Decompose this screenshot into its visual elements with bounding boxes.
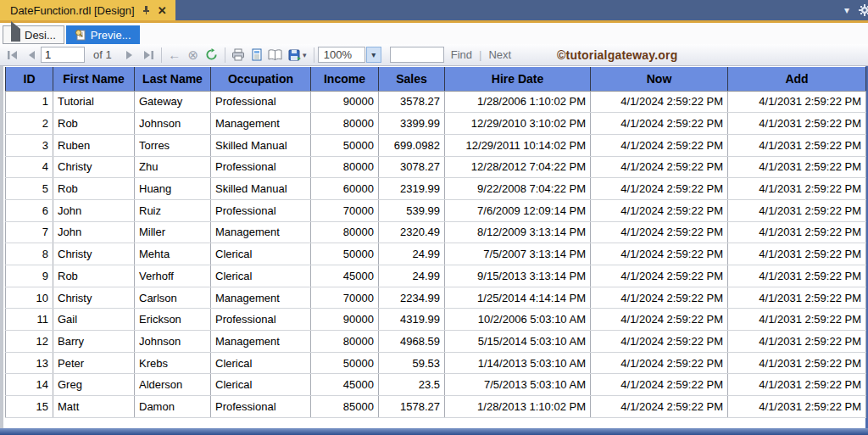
export-dropdown-arrow: ▾ xyxy=(303,51,307,59)
tab-preview-label: Previe... xyxy=(91,29,131,42)
gear-icon[interactable] xyxy=(858,3,868,17)
table-cell: 4/1/2024 2:59:22 PM xyxy=(591,178,728,200)
zoom-dropdown-button[interactable]: ▾ xyxy=(366,47,381,63)
table-cell: 80000 xyxy=(311,221,379,243)
column-header: First Name xyxy=(53,67,135,91)
table-cell: 1578.27 xyxy=(379,396,445,418)
table-cell: Torres xyxy=(135,134,211,156)
table-cell: 4/1/2024 2:59:22 PM xyxy=(591,265,728,287)
document-tab[interactable]: DateFunction.rdl [Design] ✕ xyxy=(0,0,175,20)
table-cell: 12 xyxy=(6,331,53,353)
close-icon[interactable]: ✕ xyxy=(158,4,167,17)
table-cell: 12/29/2010 3:10:02 PM xyxy=(445,113,591,135)
back-button[interactable]: ← xyxy=(165,47,184,64)
table-cell: 11 xyxy=(6,309,53,331)
table-row: 3RubenTorresSkilled Manual50000699.09821… xyxy=(6,134,866,156)
header-row: IDFirst NameLast NameOccupationIncomeSal… xyxy=(6,67,866,91)
page-number-input[interactable] xyxy=(41,47,85,63)
print-layout-button[interactable] xyxy=(248,47,266,64)
table-cell: 4/1/2024 2:59:22 PM xyxy=(591,134,728,156)
table-cell: 4/1/2031 2:59:22 PM xyxy=(728,199,866,221)
table-cell: 7/6/2009 12:09:14 PM xyxy=(445,199,591,221)
chevron-down-icon[interactable]: ▾ xyxy=(844,5,849,15)
table-row: 6JohnRuizProfessional70000539.997/6/2009… xyxy=(6,199,866,221)
table-cell: Management xyxy=(211,331,311,353)
table-row: 11GailEricksonProfessional900004319.9910… xyxy=(6,309,866,331)
pin-icon[interactable] xyxy=(142,5,151,15)
viewport-left-edge xyxy=(0,66,3,428)
find-text-input[interactable] xyxy=(390,47,444,63)
page-setup-button[interactable] xyxy=(266,47,285,64)
previous-page-button[interactable] xyxy=(22,47,41,64)
table-cell: Gateway xyxy=(135,91,211,113)
table-cell: 2319.99 xyxy=(379,178,445,200)
report-viewer-toolbar: of 1 ← ⊗ ▾ 100% ▾ Find | Next ©tutorialg… xyxy=(0,44,868,66)
table-cell: John xyxy=(53,199,135,221)
table-cell: Rob xyxy=(53,113,135,135)
tab-design[interactable]: Desi... xyxy=(3,25,64,44)
table-cell: 45000 xyxy=(311,265,379,287)
table-body: 1TutorialGatewayProfessional900003578.27… xyxy=(6,91,866,417)
toolbar-separator xyxy=(161,47,162,63)
first-page-button[interactable] xyxy=(3,47,22,64)
table-cell: John xyxy=(53,221,135,243)
table-cell: Clerical xyxy=(211,374,311,396)
table-cell: 4 xyxy=(6,156,53,178)
table-cell: Professional xyxy=(211,91,311,113)
refresh-button[interactable] xyxy=(203,47,221,64)
table-row: 2RobJohnsonManagement800003399.9912/29/2… xyxy=(6,113,866,135)
next-link[interactable]: Next xyxy=(488,48,511,61)
table-cell: 4/1/2024 2:59:22 PM xyxy=(591,352,728,374)
find-link[interactable]: Find xyxy=(451,48,472,61)
toolbar-separator xyxy=(314,47,314,63)
table-row: 8ChristyMehtaClerical5000024.997/5/2007 … xyxy=(6,243,866,265)
mode-tab-bar: Desi... Previe... xyxy=(0,23,868,44)
table-cell: 4/1/2024 2:59:22 PM xyxy=(591,396,728,418)
table-cell: 1/25/2014 4:14:14 PM xyxy=(445,287,591,309)
column-header: Sales xyxy=(379,67,445,91)
table-cell: 4/1/2031 2:59:22 PM xyxy=(728,374,866,396)
table-cell: 12/28/2012 7:04:22 PM xyxy=(445,156,591,178)
print-button[interactable] xyxy=(229,47,248,64)
table-cell: 4/1/2024 2:59:22 PM xyxy=(591,243,728,265)
tab-preview[interactable]: Previe... xyxy=(66,25,140,44)
table-row: 1TutorialGatewayProfessional900003578.27… xyxy=(6,91,866,113)
table-cell: Johnson xyxy=(135,113,211,135)
table-cell: 2 xyxy=(6,113,53,135)
stop-button[interactable]: ⊗ xyxy=(184,47,203,64)
table-cell: Johnson xyxy=(135,331,211,353)
column-header: Now xyxy=(591,67,728,91)
table-cell: 4/1/2031 2:59:22 PM xyxy=(728,156,866,178)
table-cell: 14 xyxy=(6,374,53,396)
table-cell: Professional xyxy=(211,309,311,331)
table-cell: Gail xyxy=(53,309,135,331)
table-row: 7JohnMillerManagement800002320.498/12/20… xyxy=(6,221,866,243)
zoom-select[interactable]: 100% xyxy=(318,47,365,63)
table-cell: Rob xyxy=(53,178,135,200)
design-icon xyxy=(11,29,20,42)
table-cell: Clerical xyxy=(211,352,311,374)
next-page-button[interactable] xyxy=(120,47,139,64)
table-row: 13PeterKrebsClerical5000059.531/14/2013 … xyxy=(6,352,866,374)
table-cell: 4/1/2031 2:59:22 PM xyxy=(728,178,866,200)
table-cell: Tutorial xyxy=(53,91,135,113)
table-cell: Christy xyxy=(53,243,135,265)
table-cell: 1/28/2013 1:10:02 PM xyxy=(445,396,591,418)
table-cell: Christy xyxy=(53,287,135,309)
table-cell: 4/1/2031 2:59:22 PM xyxy=(728,352,866,374)
find-next-separator: | xyxy=(479,48,481,61)
table-cell: 4/1/2031 2:59:22 PM xyxy=(728,396,866,418)
table-cell: 10 xyxy=(6,287,53,309)
table-cell: Professional xyxy=(211,199,311,221)
last-page-button[interactable] xyxy=(139,47,158,64)
table-cell: 4/1/2031 2:59:22 PM xyxy=(728,331,866,353)
column-header: Income xyxy=(311,67,379,91)
table-cell: 50000 xyxy=(311,352,379,374)
table-cell: 1/28/2006 1:10:02 PM xyxy=(445,91,591,113)
table-cell: 70000 xyxy=(311,287,379,309)
export-button[interactable]: ▾ xyxy=(285,47,310,64)
column-header: Add xyxy=(728,67,866,91)
table-cell: 45000 xyxy=(311,374,379,396)
table-cell: 13 xyxy=(6,352,53,374)
table-row: 12BarryJohnsonManagement800004968.595/15… xyxy=(6,331,866,353)
